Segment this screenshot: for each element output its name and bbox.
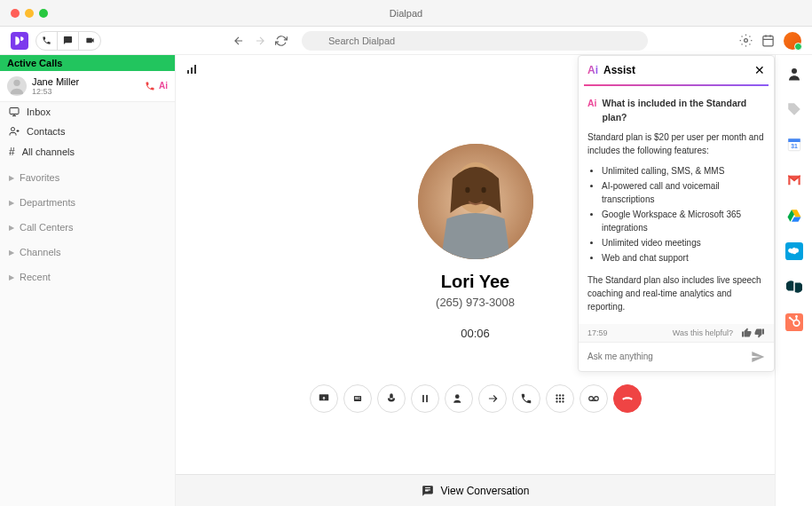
settings-icon[interactable] [739,34,753,47]
sidebar-section-channels[interactable]: ▶Channels [0,242,175,262]
add-participant-button[interactable] [445,384,473,413]
svg-point-21 [562,394,564,396]
close-window[interactable] [11,9,20,18]
calendar-icon[interactable] [761,34,775,47]
view-conversation-label: View Conversation [441,485,530,497]
search-container [302,31,648,51]
caller-avatar [418,144,533,259]
assist-timestamp: 17:59 [587,328,608,337]
nav-arrows [233,35,288,47]
dialpad-button[interactable] [546,384,574,413]
assist-feature-item: Web and chat support [602,251,765,265]
assist-question: Ai What is included in the Standard plan… [587,97,765,125]
minimize-window[interactable] [25,9,34,18]
ai-logo-icon: Ai [587,64,598,76]
svg-text:REC: REC [354,397,360,400]
assist-input[interactable] [587,352,751,361]
assist-feature-item: AI-powered call and voicemail transcript… [602,179,765,206]
send-icon[interactable] [751,350,765,364]
thumbs-up-icon[interactable] [741,328,752,338]
window-title: Dialpad [390,8,422,19]
search-input[interactable] [302,31,648,51]
svg-rect-32 [788,138,800,142]
google-calendar-icon[interactable]: 31 [784,135,804,154]
window-titlebar: Dialpad [0,0,812,27]
call-controls: REC [176,384,775,413]
user-avatar[interactable] [784,32,801,50]
ai-mark-icon: Ai [587,97,597,125]
svg-rect-4 [10,108,19,115]
svg-point-22 [556,398,557,399]
salesforce-icon[interactable] [784,241,804,261]
right-rail: 31 [775,55,812,506]
sidebar-section-favorites[interactable]: ▶Favorites [0,168,175,187]
assist-feature-list: Unlimited calling, SMS, & MMSAI-powered … [587,164,765,265]
active-call-item[interactable]: Jane Miller 12:53 Ai [0,71,175,102]
content-area: Lori Yee (265) 973-3008 00:06 REC View C… [176,55,775,506]
voicemail-button[interactable] [579,384,608,413]
svg-rect-17 [426,395,428,402]
signal-icon [186,64,197,75]
assist-panel: Ai Assist ✕ Ai What is included in the S… [578,55,775,372]
call-park-button[interactable] [512,384,540,413]
hubspot-icon[interactable] [784,312,804,332]
close-icon[interactable]: ✕ [754,63,765,77]
svg-point-19 [556,394,557,396]
svg-point-24 [562,398,564,399]
zendesk-icon[interactable] [784,277,804,296]
svg-point-5 [12,128,15,131]
call-item-icons: Ai [145,81,168,91]
forward-button[interactable] [254,35,266,47]
transfer-button[interactable] [478,384,507,413]
refresh-button[interactable] [275,35,288,47]
quick-actions [35,31,101,51]
sidebar-section-call-centers[interactable]: ▶Call Centers [0,217,175,237]
assist-body: Ai What is included in the Standard plan… [579,91,774,324]
traffic-lights [11,9,48,18]
video-button[interactable] [79,32,100,50]
phone-button[interactable] [36,32,58,50]
main-layout: Active Calls Jane Miller 12:53 Ai Inbox … [0,55,812,506]
svg-point-27 [562,400,564,402]
maximize-window[interactable] [39,9,48,18]
app-logo[interactable] [11,32,28,50]
hold-button[interactable] [411,384,439,413]
profile-icon[interactable] [784,64,804,83]
sidebar-item-contacts[interactable]: Contacts [0,122,175,141]
caller-phone: (265) 973-3008 [436,296,515,309]
topbar [0,27,812,55]
screenshare-button[interactable] [310,384,338,413]
back-button[interactable] [233,35,245,47]
sidebar-item-label: Contacts [27,126,65,137]
svg-rect-2 [763,36,773,46]
view-conversation-bar[interactable]: View Conversation [176,474,775,506]
tag-icon[interactable] [784,99,804,119]
gmail-icon[interactable] [784,170,804,190]
sidebar-item-label: Inbox [27,107,51,117]
sidebar-item-all-channels[interactable]: # All channels [0,141,175,162]
caller-name: Lori Yee [441,272,509,292]
sidebar-item-label: All channels [22,146,75,157]
sidebar-item-inbox[interactable]: Inbox [0,102,175,122]
call-info: Jane Miller 12:53 [32,76,145,96]
sidebar: Active Calls Jane Miller 12:53 Ai Inbox … [0,55,176,506]
active-calls-header: Active Calls [0,55,175,71]
sidebar-section-recent[interactable]: ▶Recent [0,267,175,287]
end-call-button[interactable] [613,384,642,413]
topbar-right [739,32,801,50]
assist-title: Assist [603,64,749,76]
message-button[interactable] [58,32,79,50]
assist-feature-item: Unlimited calling, SMS, & MMS [602,164,765,178]
record-button[interactable]: REC [343,384,372,413]
google-drive-icon[interactable] [784,206,804,225]
svg-point-12 [481,187,485,194]
sidebar-section-departments[interactable]: ▶Departments [0,193,175,212]
svg-point-20 [558,394,560,396]
thumbs-down-icon[interactable] [754,328,765,338]
chat-icon [422,485,434,497]
assist-description: Standard plan is $20 per user per month … [587,130,765,157]
svg-point-1 [745,39,748,43]
mute-button[interactable] [377,384,406,413]
svg-point-28 [588,397,593,401]
svg-point-26 [558,400,560,402]
